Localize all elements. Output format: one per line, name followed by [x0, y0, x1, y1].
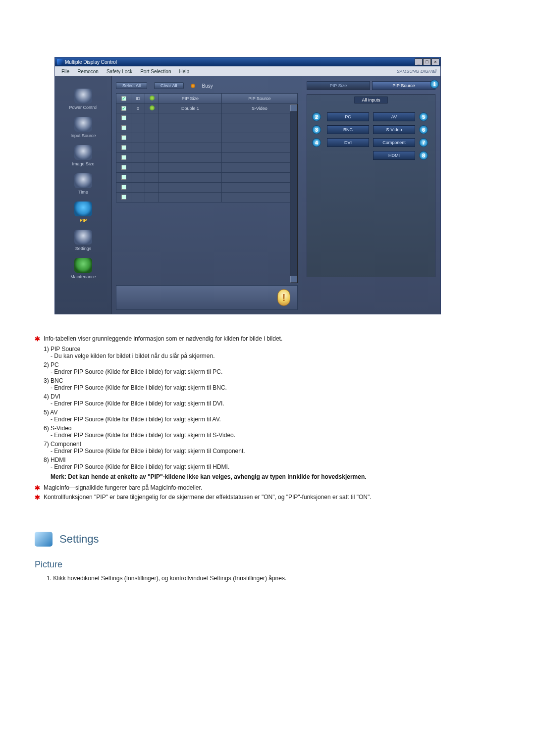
row-checkbox[interactable] [121, 165, 126, 170]
row-checkbox[interactable] [121, 185, 126, 190]
cell-pip-source [221, 113, 297, 123]
clear-all-button[interactable]: Clear All [154, 82, 184, 89]
menu-file[interactable]: File [58, 68, 73, 75]
table-row[interactable] [116, 143, 298, 153]
scrollbar[interactable] [290, 104, 298, 283]
sidebar-item-settings[interactable]: Settings [55, 224, 111, 252]
callout-7: 7 [419, 138, 428, 147]
doc-item: 7) ComponentEndrer PIP Source (Kilde for… [44, 441, 500, 454]
cell-id [131, 123, 145, 133]
av-button[interactable]: AV [373, 112, 415, 121]
tab-pip-size[interactable]: PIP Size [307, 81, 370, 90]
input-source-icon [74, 117, 92, 132]
sidebar-item-time[interactable]: Time [55, 168, 111, 196]
menu-port-selection[interactable]: Port Selection [137, 68, 174, 75]
component-button[interactable]: Component [373, 138, 415, 147]
menu-help[interactable]: Help [175, 68, 193, 75]
row-checkbox[interactable] [121, 135, 126, 140]
col-pip-size[interactable]: PIP Size [159, 94, 222, 103]
doc-item: 8) HDMIEndrer PIP Source (Kilde for Bild… [44, 456, 500, 470]
select-all-button[interactable]: Select All [116, 82, 147, 89]
item-title: 8) HDMI [44, 456, 500, 463]
sidebar-item-maintenance[interactable]: Maintenance [55, 252, 111, 281]
item-desc: Endrer PIP Source (Kilde for Bilde i bil… [51, 368, 500, 375]
intro-text: Info-tabellen viser grunnleggende inform… [44, 335, 282, 342]
row-checkbox[interactable] [121, 195, 126, 200]
table-row[interactable] [116, 173, 298, 183]
image-size-icon [74, 145, 92, 160]
sidebar-item-image-size[interactable]: Image Size [55, 140, 111, 168]
minimize-button[interactable]: _ [415, 58, 423, 65]
scroll-up-icon[interactable] [290, 104, 297, 111]
brand-label: SAMSUNG DIGITall [397, 69, 440, 74]
item-title: 5) AV [44, 409, 500, 416]
table-row[interactable] [116, 123, 298, 133]
star-bullet-icon: ✱ [35, 494, 44, 501]
pc-button[interactable]: PC [327, 112, 369, 121]
table-row[interactable] [116, 113, 298, 123]
svideo-button[interactable]: S-Video [373, 125, 415, 134]
clock-icon [74, 173, 92, 188]
item-title: 3) BNC [44, 377, 500, 384]
callout-4: 4 [312, 138, 321, 147]
row-checkbox[interactable] [121, 175, 126, 180]
menubar: File Remocon Safety Lock Port Selection … [55, 66, 440, 76]
sidebar-item-pip[interactable]: PIP [55, 196, 111, 224]
menu-safety-lock[interactable]: Safety Lock [103, 68, 136, 75]
section-title: Settings [59, 533, 99, 546]
sidebar-item-power-control[interactable]: Power Control [55, 83, 111, 111]
row-checkbox[interactable] [121, 106, 126, 111]
col-check[interactable] [116, 94, 131, 103]
cell-pip-size [159, 133, 222, 143]
item-title: 6) S-Video [44, 425, 500, 432]
dvi-button[interactable]: DVI [327, 138, 369, 147]
item-title: 1) PIP Source [44, 346, 500, 353]
window-titlebar: Multiple Display Control _ □ × [55, 57, 440, 66]
col-id[interactable]: ID [131, 94, 145, 103]
toolbar: Select All Clear All Busy [112, 76, 302, 93]
status-on-icon [150, 105, 155, 110]
table-row[interactable]: 0Double 1S-Video [116, 103, 298, 113]
callout-1: 1 [430, 80, 439, 89]
cell-pip-size [159, 123, 222, 133]
scroll-down-icon[interactable] [290, 276, 297, 283]
table-row[interactable] [116, 153, 298, 163]
display-table: ID PIP Size PIP Source 0Double 1S-Video [116, 93, 298, 202]
row-checkbox[interactable] [121, 115, 126, 120]
item-desc: Endrer PIP Source (Kilde for Bilde i bil… [51, 463, 500, 470]
table-row[interactable] [116, 183, 298, 193]
doc-item: 6) S-VideoEndrer PIP Source (Kilde for B… [44, 425, 500, 439]
col-status[interactable] [145, 94, 159, 103]
cell-pip-size [159, 173, 222, 183]
sidebar-item-input-source[interactable]: Input Source [55, 111, 111, 140]
cell-pip-source [221, 143, 297, 153]
cell-pip-size [159, 143, 222, 153]
tab-pip-source[interactable]: PIP Source 1 [372, 81, 435, 90]
doc-item: 5) AVEndrer PIP Source (Kilde for Bilde … [44, 409, 500, 423]
window-title: Multiple Display Control [65, 59, 117, 65]
power-icon [74, 89, 92, 103]
app-window: Multiple Display Control _ □ × File Remo… [54, 57, 441, 314]
cell-pip-source [221, 133, 297, 143]
menu-remocon[interactable]: Remocon [74, 68, 102, 75]
row-checkbox[interactable] [121, 155, 126, 160]
hdmi-button[interactable]: HDMI [373, 151, 415, 160]
step-1: 1. Klikk hovedikonet Settings (Innstilli… [47, 575, 500, 582]
cell-id [131, 143, 145, 153]
row-checkbox[interactable] [121, 125, 126, 130]
col-pip-source[interactable]: PIP Source [221, 94, 297, 103]
app-icon [57, 59, 63, 65]
note-magicinfo: MagicInfo—signalkilde fungerer bare på M… [44, 484, 202, 491]
table-row[interactable] [116, 193, 298, 202]
cell-pip-source [221, 163, 297, 173]
maximize-button[interactable]: □ [423, 58, 431, 65]
maintenance-icon [74, 258, 92, 273]
table-row[interactable] [116, 133, 298, 143]
bnc-button[interactable]: BNC [327, 125, 369, 134]
callout-5: 5 [419, 112, 428, 121]
row-checkbox[interactable] [121, 145, 126, 150]
cell-id [131, 113, 145, 123]
close-button[interactable]: × [431, 58, 439, 65]
table-row[interactable] [116, 163, 298, 173]
item-desc: Endrer PIP Source (Kilde for Bilde i bil… [51, 432, 500, 439]
